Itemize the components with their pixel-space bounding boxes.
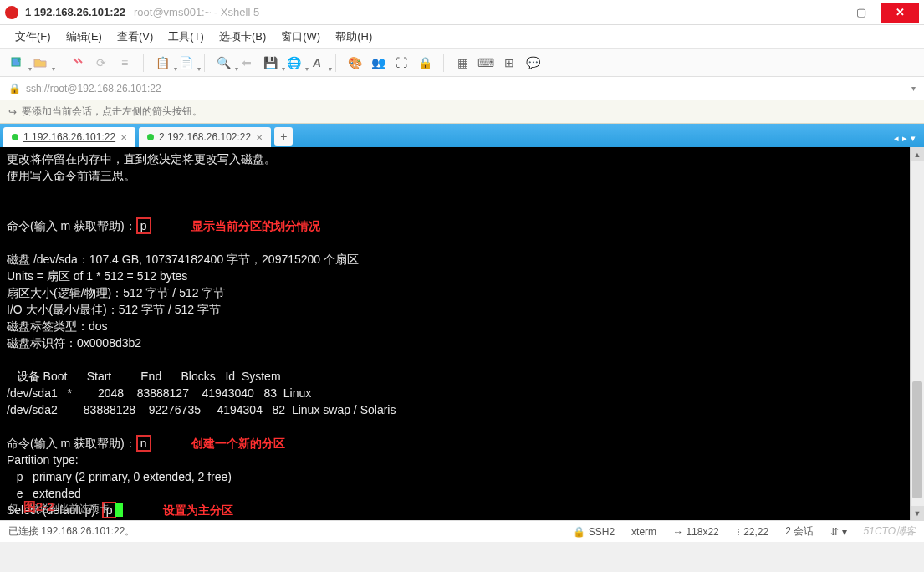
app-icon [5,6,18,19]
terminal[interactable]: 更改将停留在内存中，直到您决定将更改写入磁盘。 使用写入命令前请三思。 命令(输… [0,147,910,520]
status-dot-icon [147,134,154,140]
menu-bar: 文件(F) 编辑(E) 查看(V) 工具(T) 选项卡(B) 窗口(W) 帮助(… [0,25,924,49]
lock-small-icon: 🔒 [8,83,21,94]
find-icon[interactable]: 🔍 [213,53,233,73]
tab-label: 1 192.168.26.101:22 [23,131,115,143]
address-url: ssh://root@192.168.26.101:22 [26,83,161,94]
disconnect-icon[interactable]: ⟳ [91,53,111,73]
info-bar: ↪ 要添加当前会话，点击左侧的箭头按钮。 [0,100,924,124]
close-button[interactable]: ✕ [881,3,919,23]
highlight-n: n [136,435,151,452]
paste-icon[interactable]: 📄 [176,53,196,73]
watermark: 51CTO博客 [864,524,916,539]
add-tab-button[interactable]: + [274,127,293,146]
copy-icon[interactable]: 📋 [152,53,172,73]
scrollbar-thumb[interactable] [912,381,922,498]
menu-edit[interactable]: 编辑(E) [59,27,109,47]
address-dropdown-icon[interactable]: ▾ [911,84,916,93]
status-connected: 已连接 192.168.26.101:22。 [8,524,135,539]
svg-text:+: + [17,56,21,64]
maximize-button[interactable]: ▢ [842,3,881,23]
info-text: 要添加当前会话，点击左侧的箭头按钮。 [22,105,202,119]
tab-close-icon[interactable]: ✕ [256,133,263,142]
annotation: 显示当前分区的划分情况 [191,219,320,232]
security-icon[interactable]: 🔒 [415,53,435,73]
tab-close-icon[interactable]: ✕ [120,133,127,142]
minimize-button[interactable]: — [804,3,842,23]
window-subtitle: root@vms001:~ - Xshell 5 [134,6,259,18]
status-pos: ⸽ 22,22 [736,526,768,538]
status-termtype: xterm [631,526,656,538]
address-bar[interactable]: 🔒 ssh://root@192.168.26.101:22 ▾ [0,77,924,100]
menu-view[interactable]: 查看(V) [110,27,160,47]
menu-tab[interactable]: 选项卡(B) [212,27,273,47]
lock-icon[interactable]: 👥 [368,53,388,73]
font-icon[interactable]: A [307,53,327,73]
annotation: 设置为主分区 [163,503,233,517]
highlight-p: p [136,217,151,234]
add-arrow-icon[interactable]: ↪ [8,106,17,118]
status-dot-icon [12,134,18,140]
keyboard-icon[interactable]: ⌨ [476,53,496,73]
figure-label: 图2-2 [23,498,54,515]
fullscreen-icon[interactable]: ⛶ [391,53,411,73]
scroll-up-icon[interactable]: ▲ [911,147,924,161]
scroll-down-icon[interactable]: ▼ [911,506,924,520]
quick-command-icon[interactable]: ⊞ [499,53,519,73]
save-icon[interactable]: 💾 [260,53,280,73]
status-size: ↔ 118x22 [673,526,719,538]
session-tab-1[interactable]: 1 192.168.26.101:22 ✕ [3,127,135,147]
globe-icon[interactable]: 🌐 [283,53,304,73]
properties-icon[interactable]: ≡ [115,53,135,73]
session-tabs: 1 192.168.26.101:22 ✕ 2 192.168.26.102:2… [0,124,924,147]
menu-file[interactable]: 文件(F) [8,27,58,47]
terminal-icon[interactable]: ▦ [452,53,472,73]
toolbar: + ⟳ ≡ 📋 📄 🔍 ⬅ 💾 🌐 A 🎨 👥 ⛶ 🔒 ▦ ⌨ ⊞ 💬 [0,49,924,77]
menu-window[interactable]: 窗口(W) [274,27,327,47]
status-updown-icon[interactable]: ⇵ ▾ [830,526,846,538]
scrollbar[interactable]: ▲ ▼ [910,147,924,520]
status-bar: 已连接 192.168.26.101:22。 🔒 SSH2 xterm ↔ 11… [0,520,924,542]
tab-label: 2 192.168.26.102:22 [159,131,251,143]
back-icon[interactable]: ⬅ [237,53,257,73]
status-proto: 🔒 SSH2 [573,526,615,538]
cursor [115,503,123,517]
reconnect-icon[interactable] [68,53,88,73]
compose-icon[interactable]: 💬 [523,53,543,73]
tab-nav[interactable]: ◂▸▾ [894,133,921,147]
color-scheme-icon[interactable]: 🎨 [345,53,365,73]
title-bar: 1 192.168.26.101:22 root@vms001:~ - Xshe… [0,0,924,25]
menu-tools[interactable]: 工具(T) [161,27,211,47]
window-title: 1 192.168.26.101:22 [25,6,125,18]
new-session-icon[interactable]: + [7,53,27,73]
open-session-icon[interactable] [30,53,50,73]
session-tab-2[interactable]: 2 192.168.26.102:22 ✕ [139,127,271,147]
menu-help[interactable]: 帮助(H) [329,27,379,47]
annotation: 创建一个新的分区 [191,437,285,450]
terminal-wrapper: 更改将停留在内存中，直到您决定将更改写入磁盘。 使用写入命令前请三思。 命令(输… [0,147,924,520]
status-sessions: 2 会话 [785,524,814,539]
